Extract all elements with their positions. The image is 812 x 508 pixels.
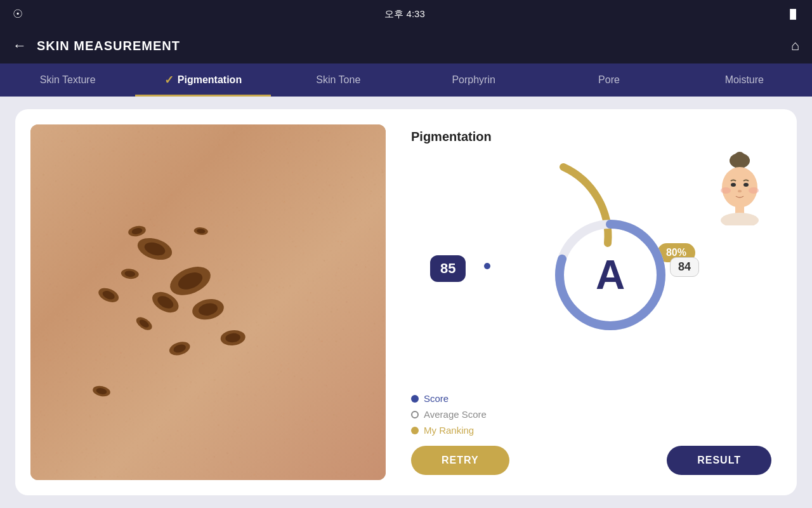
svg-point-9 [738,190,742,192]
face-avatar-svg [708,149,771,225]
tab-pigmentation[interactable]: ✓ Pigmentation [135,64,270,97]
svg-point-6 [749,187,759,194]
status-bar-left: ☉ [13,7,23,21]
right-panel: Pigmentation [401,124,782,480]
status-bar-right: ▐▌ [787,9,799,19]
legend-rank: My Ranking [411,425,771,436]
status-bar-time: 오후 4:33 [384,8,424,20]
tab-pigmentation-label: Pigmentation [178,74,242,86]
legend-avg: Average Score [411,409,771,420]
score-badge: 85 [430,255,466,282]
legend: Score Average Score My Ranking [411,393,771,436]
svg-point-1 [735,152,745,162]
tab-bar: Skin Texture ✓ Pigmentation Skin Tone Po… [0,64,812,97]
skin-texture-canvas [30,124,386,480]
rss-icon: ☉ [13,7,23,21]
tab-porphyrin-label: Porphyrin [452,74,495,86]
dot-connector [484,263,490,269]
face-avatar [708,149,771,225]
tab-check-icon: ✓ [164,73,174,87]
legend-score: Score [411,393,771,404]
tab-skin-texture[interactable]: Skin Texture [0,64,135,97]
gauge-container: A 84 [547,211,674,338]
tab-porphyrin[interactable]: Porphyrin [406,64,541,97]
legend-score-label: Score [424,393,449,404]
home-button[interactable]: ⌂ [791,37,799,54]
legend-avg-dot [411,411,419,418]
result-button[interactable]: RESULT [667,446,771,475]
page-title: SKIN MEASUREMENT [37,39,781,53]
retry-button[interactable]: RETRY [411,446,509,475]
tab-pore-label: Pore [598,74,620,86]
legend-rank-dot [411,427,419,434]
avg-score-bubble: 84 [670,257,699,277]
svg-point-5 [721,187,731,194]
legend-score-dot [411,395,419,403]
legend-avg-label: Average Score [424,409,487,420]
gauge-grade: A [596,255,625,295]
tab-skin-tone[interactable]: Skin Tone [271,64,406,97]
tab-pore[interactable]: Pore [541,64,676,97]
gauge-center: A [596,255,625,295]
tab-skin-tone-label: Skin Tone [316,74,360,86]
main-content: Pigmentation [0,97,812,508]
card: Pigmentation [15,109,797,495]
top-nav: ← SKIN MEASUREMENT ⌂ [0,28,812,64]
svg-point-7 [731,183,736,187]
tab-moisture[interactable]: Moisture [677,64,812,97]
tab-skin-texture-label: Skin Texture [40,74,96,86]
svg-point-4 [722,167,757,208]
chart-area: 80% 85 A 84 [411,154,771,383]
skin-image [30,124,386,480]
tab-moisture-label: Moisture [725,74,764,86]
button-row: RETRY RESULT [411,446,771,475]
back-button[interactable]: ← [13,37,27,54]
svg-point-3 [721,213,759,225]
status-bar: ☉ 오후 4:33 ▐▌ [0,0,812,28]
legend-rank-label: My Ranking [424,425,474,436]
svg-point-8 [743,183,749,187]
battery-icon: ▐▌ [787,9,799,19]
